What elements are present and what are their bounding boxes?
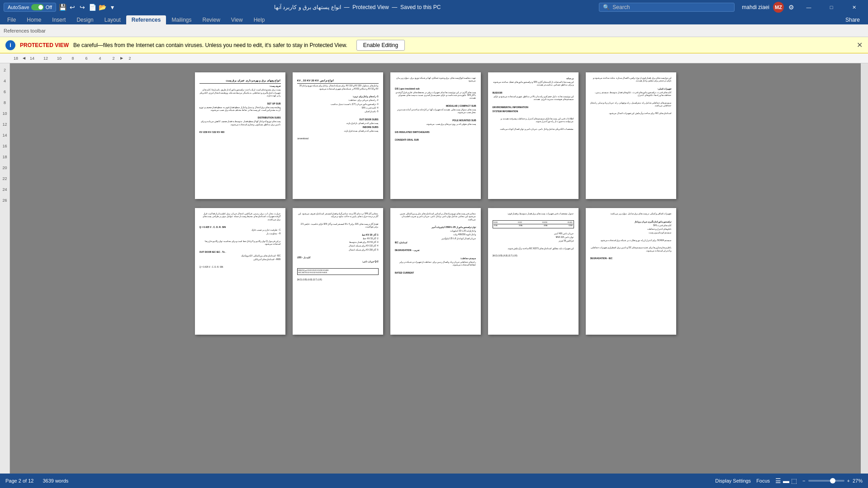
- settings-icon[interactable]: ⚙: [787, 4, 795, 11]
- tab-references[interactable]: References: [126, 15, 166, 24]
- display-settings-button[interactable]: Display Settings: [715, 478, 751, 483]
- save-status: Saved to this PC: [400, 4, 441, 10]
- user-avatar[interactable]: MZ: [773, 2, 784, 13]
- protected-label: PROTECTED VIEW: [20, 42, 69, 48]
- tab-review[interactable]: Review: [197, 15, 226, 24]
- page-thumbnail-5[interactable]: این نوع پست‌های برق فشار قوی از نوع تران…: [586, 72, 676, 199]
- window-controls: — □ ✕: [798, 0, 864, 14]
- print-view-button[interactable]: ▬: [783, 477, 789, 484]
- read-view-button[interactable]: ☰: [775, 477, 781, 484]
- zoom-slider[interactable]: [808, 480, 844, 482]
- page-thumbnail-7[interactable]: مقادیر گاز SF6 در دمای 20 درجه سانتی‌گرا…: [293, 208, 383, 335]
- more-icon[interactable]: ▾: [109, 4, 116, 11]
- tab-layout[interactable]: Layout: [99, 15, 126, 24]
- page-content-9: جدول مشخصات فنی تجهیزات پست‌های برق فشار…: [493, 213, 574, 330]
- autosave-state: Off: [46, 5, 52, 10]
- maximize-button[interactable]: □: [821, 0, 842, 14]
- protected-message: Be careful—files from the Internet can c…: [73, 42, 347, 48]
- page-content-5: این نوع پست‌های برق فشار قوی از نوع تران…: [590, 77, 672, 194]
- zoom-slider-thumb[interactable]: [830, 478, 835, 483]
- focus-button[interactable]: Focus: [756, 478, 770, 483]
- doc-title: انواع پستهای برق و کاربرد آنها: [274, 4, 341, 10]
- redo-icon[interactable]: ↪: [79, 4, 86, 11]
- protected-view-bar: i PROTECTED VIEW Be careful—files from t…: [0, 37, 868, 53]
- autosave-button[interactable]: AutoSave Off: [4, 3, 56, 12]
- zoom-controls: − + 27%: [802, 478, 863, 483]
- word-count: 3639 words: [43, 478, 68, 483]
- tab-file[interactable]: File: [2, 15, 21, 24]
- page-content-3: جهت مقایسه انواع پست‌های برق و نحوه عملک…: [395, 77, 476, 194]
- page-content-6: حرارت، بخار، آب، برق زمینی، فرکانس، انتق…: [199, 213, 281, 330]
- share-button[interactable]: Share: [839, 15, 866, 24]
- tab-insert[interactable]: Insert: [47, 15, 71, 24]
- new-doc-icon[interactable]: 📄: [89, 4, 96, 11]
- ribbon-toolbar: References toolbar: [0, 24, 868, 37]
- minimize-button[interactable]: —: [798, 0, 819, 14]
- page-thumbnail-9[interactable]: جدول مشخصات فنی تجهیزات پست‌های برق فشار…: [488, 208, 579, 335]
- right-scrollbar[interactable]: [861, 63, 868, 474]
- status-bar: Page 2 of 12 3639 words Display Settings…: [0, 474, 868, 488]
- close-protected-bar-button[interactable]: ✕: [857, 41, 863, 49]
- close-button[interactable]: ✕: [844, 0, 864, 14]
- tab-mailings[interactable]: Mailings: [166, 15, 197, 24]
- statusbar-right: Display Settings Focus ☰ ▬ ⬚ − + 27%: [715, 477, 863, 484]
- titlebar-center: انواع پستهای برق و کاربرد آنها — Protect…: [116, 4, 599, 10]
- enable-editing-button[interactable]: Enable Editing: [356, 40, 405, 51]
- titlebar-right: 🔍 Search mahdi ziaei MZ ⚙ — □ ✕: [599, 0, 864, 14]
- zoom-level: 27%: [853, 478, 863, 483]
- open-icon[interactable]: 📂: [99, 4, 106, 11]
- undo-icon[interactable]: ↩: [69, 4, 76, 11]
- page-thumbnail-2[interactable]: KV , 33 KV 20 KV انواع ترانس ولتاژهای مت…: [293, 72, 383, 199]
- ruler-marks: 18 ◀ 14 12 10 8 6 4 2 ▶ 2: [9, 56, 137, 61]
- page-content-2: KV , 33 KV 20 KV انواع ترانس ولتاژهای مت…: [297, 77, 379, 194]
- web-view-button[interactable]: ⬚: [791, 477, 797, 484]
- page-row-2: حرارت، بخار، آب، برق زمینی، فرکانس، انتق…: [195, 208, 676, 335]
- protected-icon: i: [5, 40, 15, 50]
- page-thumbnail-1[interactable]: انواع پچهای برق و بهره‌برداری عمران برق …: [195, 72, 285, 199]
- page-content-7: مقادیر گاز SF6 در دمای 20 درجه سانتی‌گرا…: [297, 213, 379, 330]
- page-content-8: مقادیر فنی پست‌های توزیع و انتقال بر اسا…: [395, 213, 476, 330]
- titlebar-left: AutoSave Off 💾 ↩ ↪ 📄 📂 ▾: [4, 3, 116, 12]
- toolbar-placeholder: References toolbar: [4, 28, 46, 33]
- view-mode: Protected View: [352, 4, 389, 10]
- view-buttons: ☰ ▬ ⬚: [775, 477, 797, 484]
- search-box[interactable]: 🔍 Search: [599, 3, 735, 12]
- autosave-label: AutoSave: [8, 5, 29, 10]
- zoom-plus-button[interactable]: +: [847, 478, 850, 483]
- document-area: انواع پچهای برق و بهره‌برداری عمران برق …: [10, 63, 861, 474]
- page-info: Page 2 of 12: [5, 478, 33, 483]
- page-content-1: انواع پچهای برق و بهره‌برداری عمران برق …: [199, 77, 281, 194]
- tab-help[interactable]: Help: [248, 15, 270, 24]
- tab-home[interactable]: Home: [21, 15, 47, 24]
- page-thumbnail-4[interactable]: بی سانه این پست‌ها با استفاده از کلیدهای…: [488, 72, 579, 199]
- autosave-toggle[interactable]: [31, 4, 44, 10]
- user-name: mahdi ziaei: [742, 4, 769, 10]
- page-number-sidebar: 2 4 6 8 10 12 14 16 18 20 22 24 26: [0, 63, 10, 474]
- page-thumbnail-3[interactable]: جهت مقایسه انواع پست‌های برق و نحوه عملک…: [390, 72, 481, 199]
- page-thumbnail-8[interactable]: مقادیر فنی پست‌های توزیع و انتقال بر اسا…: [390, 208, 481, 335]
- page-row-1: انواع پچهای برق و بهره‌برداری عمران برق …: [195, 72, 676, 199]
- ruler: 18 ◀ 14 12 10 8 6 4 2 ▶ 2: [0, 53, 868, 63]
- page-content-10: تجهیزات اضافی و کمکی در پست‌های برق شامل…: [590, 213, 672, 330]
- zoom-minus-button[interactable]: −: [802, 478, 805, 483]
- save-icon[interactable]: 💾: [59, 4, 66, 11]
- tab-view[interactable]: View: [226, 15, 248, 24]
- page-thumbnail-6[interactable]: حرارت، بخار، آب، برق زمینی، فرکانس، انتق…: [195, 208, 285, 335]
- search-placeholder: Search: [612, 4, 630, 10]
- title-bar: AutoSave Off 💾 ↩ ↪ 📄 📂 ▾ انواع پستهای بر…: [0, 0, 868, 14]
- page-thumbnail-10[interactable]: تجهیزات اضافی و کمکی در پست‌های برق شامل…: [586, 208, 676, 335]
- page-content-4: بی سانه این پست‌ها با استفاده از کلیدهای…: [493, 77, 574, 194]
- tab-design[interactable]: Design: [71, 15, 99, 24]
- main-area: 2 4 6 8 10 12 14 16 18 20 22 24 26 انواع…: [0, 63, 868, 474]
- ribbon-tabs: File Home Insert Design Layout Reference…: [0, 14, 868, 24]
- search-icon: 🔍: [603, 4, 610, 10]
